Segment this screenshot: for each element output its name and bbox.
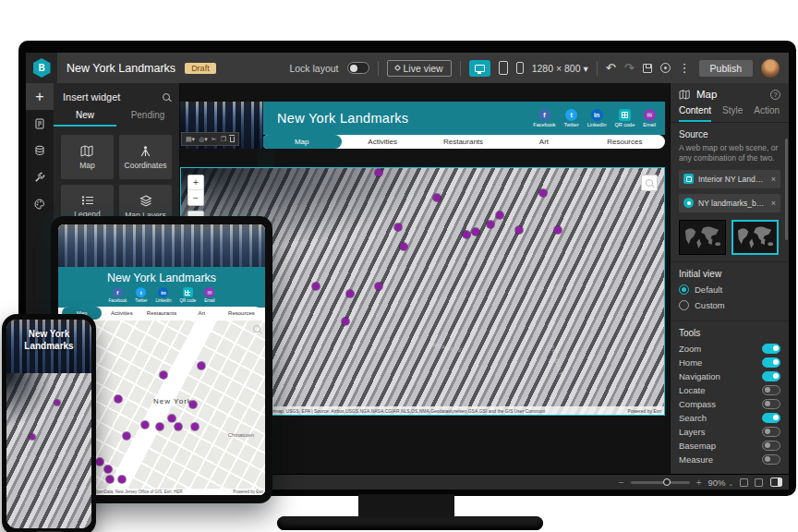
compass-toggle[interactable] — [762, 399, 780, 409]
search-icon[interactable] — [163, 93, 170, 101]
nav-tab-art[interactable]: Art — [182, 307, 222, 320]
fit-to-width-icon[interactable] — [755, 478, 763, 487]
search-icon[interactable] — [253, 325, 260, 332]
source-item-layer[interactable]: NY landmarks_buildi... × — [679, 194, 780, 212]
social-facebook[interactable]: fFacebook — [108, 287, 127, 303]
help-icon[interactable]: ? — [770, 90, 780, 100]
social-email[interactable]: ✉Email — [204, 287, 214, 303]
zoom-in-icon[interactable]: + — [696, 478, 702, 488]
remove-source-icon[interactable]: × — [771, 175, 776, 184]
slider-knob[interactable] — [663, 478, 671, 486]
widget-delete-icon[interactable] — [230, 137, 235, 142]
tab-new[interactable]: New — [54, 110, 116, 127]
insert-widget-rail-button[interactable]: + — [26, 83, 54, 110]
radio-custom[interactable]: Custom — [679, 300, 780, 310]
desktop-preview-button[interactable] — [469, 60, 490, 77]
app-logo-button[interactable]: B — [26, 53, 57, 83]
tab-action[interactable]: Action — [754, 105, 780, 122]
locate-toggle[interactable] — [762, 385, 780, 395]
zoom-toggle[interactable] — [762, 344, 780, 354]
search-toggle[interactable] — [762, 413, 780, 423]
fit-to-window-icon[interactable] — [740, 478, 748, 487]
tablet-header-image — [58, 224, 265, 267]
zoom-out-icon[interactable]: − — [619, 478, 624, 488]
page-rail-button[interactable] — [26, 110, 54, 137]
nav-tab-activities[interactable]: Activities — [102, 307, 141, 320]
phone-header-image: New York Landmarks — [6, 320, 91, 373]
settings-button[interactable] — [660, 63, 671, 73]
phone-3d-map[interactable] — [6, 373, 91, 528]
nav-tab-map[interactable]: Map — [261, 135, 342, 149]
social-email[interactable]: ✉Email — [643, 109, 656, 127]
nav-tab-restaurants[interactable]: Restaurants — [141, 307, 181, 320]
widget-pin-icon[interactable]: ◎▾ — [199, 136, 208, 142]
map-thumbnail-2-selected[interactable] — [732, 220, 779, 255]
phone-preview-button[interactable] — [516, 62, 524, 74]
source-item-webmap[interactable]: Interior NY Landmar... × — [679, 170, 780, 188]
nav-tab-resources[interactable]: Resources — [585, 135, 665, 149]
divider — [460, 61, 461, 76]
tool-row-locate: Locate — [679, 383, 780, 397]
basemap-toggle[interactable] — [762, 441, 780, 451]
redo-button[interactable]: ↷ — [624, 62, 635, 74]
measure-toggle[interactable] — [762, 454, 780, 465]
lock-layout-toggle[interactable] — [347, 62, 369, 74]
page-icon — [34, 118, 45, 129]
tablet-social-links: fFacebook tTwitter inLinkedIn QR code ✉E… — [108, 287, 214, 303]
widget-cut-icon[interactable]: ✂ — [212, 136, 217, 142]
radio-default[interactable]: Default — [679, 284, 780, 295]
more-options-button[interactable]: ⋮ — [679, 62, 691, 74]
toggle-panel-icon[interactable] — [770, 478, 782, 487]
social-linkedin[interactable]: inLinkedIn — [587, 109, 607, 127]
device-preview-group — [469, 60, 524, 77]
live-view-button[interactable]: Live view — [387, 60, 452, 77]
navigation-toggle[interactable] — [762, 371, 780, 381]
home-toggle[interactable] — [762, 357, 780, 368]
landmark-marker — [96, 458, 103, 466]
twitter-icon: t — [565, 109, 577, 121]
tool-row-search: Search — [679, 411, 780, 425]
social-facebook[interactable]: fFacebook — [533, 109, 555, 127]
data-rail-button[interactable] — [26, 137, 54, 163]
tablet-preview-button[interactable] — [499, 61, 508, 75]
remove-source-icon[interactable]: × — [771, 199, 776, 208]
social-twitter[interactable]: tTwitter — [564, 109, 579, 127]
tools-rail-button[interactable] — [26, 163, 54, 190]
canvas-zoom-slider[interactable] — [631, 481, 690, 484]
nav-tab-art[interactable]: Art — [503, 135, 584, 149]
theme-rail-button[interactable] — [26, 190, 54, 217]
panel-scrollbar[interactable] — [785, 139, 788, 240]
widget-card-coordinates[interactable]: Coordinates — [119, 135, 172, 179]
tab-style[interactable]: Style — [722, 105, 743, 122]
canvas-zoom-level[interactable]: 90% ⌄ — [707, 478, 733, 488]
social-links: fFacebook tTwitter inLinkedIn QR code ✉E… — [533, 109, 665, 127]
landmark-marker — [160, 371, 167, 379]
world-map-icon — [736, 224, 775, 249]
map-settings-panel: Map ? Content Style Action Source A web … — [670, 83, 789, 474]
map-thumbnail-1[interactable] — [679, 220, 726, 255]
widget-copy-icon[interactable]: ❐ — [221, 136, 226, 142]
nav-tab-resources[interactable]: Resources — [222, 307, 261, 320]
linkedin-icon: in — [158, 287, 168, 297]
widget-card-map[interactable]: Map — [61, 135, 114, 179]
social-twitter[interactable]: tTwitter — [135, 287, 147, 303]
undo-button[interactable]: ↶ — [606, 62, 616, 74]
tab-pending[interactable]: Pending — [116, 110, 179, 127]
monitor-stand-base — [277, 516, 543, 530]
nav-tab-restaurants[interactable]: Restaurants — [423, 135, 503, 149]
widget-select-icon[interactable]: ▤▾ — [186, 136, 195, 142]
social-qrcode[interactable]: QR code — [615, 109, 635, 127]
map-search-button[interactable] — [641, 175, 658, 191]
zoom-control[interactable]: +− — [187, 175, 204, 206]
nav-tab-activities[interactable]: Activities — [342, 135, 422, 149]
live-view-icon — [393, 65, 400, 71]
map-icon — [679, 90, 691, 100]
social-qrcode[interactable]: QR code — [180, 287, 197, 303]
tab-content[interactable]: Content — [679, 105, 711, 122]
layers-toggle[interactable] — [762, 427, 780, 437]
user-avatar[interactable] — [761, 59, 780, 78]
save-button[interactable] — [643, 64, 652, 73]
social-linkedin[interactable]: inLinkedIn — [155, 287, 171, 303]
publish-button[interactable]: Publish — [699, 60, 753, 77]
resolution-dropdown[interactable]: 1280 × 800 ▾ — [532, 63, 588, 74]
